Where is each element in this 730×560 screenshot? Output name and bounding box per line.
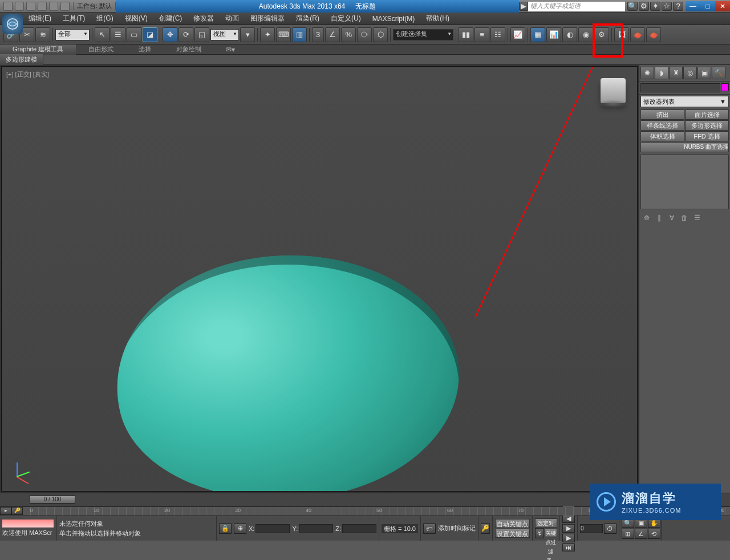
modifier-list[interactable]: 修改器列表▼: [640, 96, 729, 107]
mod-extrude[interactable]: 挤出: [640, 109, 684, 120]
menu-maxscript[interactable]: MAXScript(M): [368, 14, 420, 24]
selection-filter[interactable]: 全部: [55, 29, 90, 40]
menu-create[interactable]: 创建(C): [155, 13, 187, 25]
app-logo[interactable]: [2, 14, 23, 34]
coord-x-input[interactable]: [256, 524, 290, 533]
ribbon-tab-selection[interactable]: 选择: [126, 44, 164, 55]
make-unique-icon[interactable]: ∀: [667, 213, 677, 223]
coord-z-input[interactable]: [342, 524, 376, 533]
set-key-button[interactable]: 设置关键点: [495, 529, 530, 538]
menu-tools[interactable]: 工具(T): [58, 13, 90, 25]
cp-display-icon[interactable]: ▣: [697, 67, 711, 79]
play-icon[interactable]: ▶: [562, 524, 575, 533]
close-button[interactable]: ✕: [715, 1, 730, 11]
favorite-icon[interactable]: ☆: [662, 2, 672, 11]
mod-spline-select[interactable]: 样条线选择: [640, 120, 684, 131]
mod-vol-select[interactable]: 体积选择: [640, 131, 684, 141]
menu-animation[interactable]: 动画: [221, 13, 244, 25]
community-icon[interactable]: ⚙: [639, 2, 649, 11]
cp-hierarchy-icon[interactable]: ♜: [669, 67, 683, 79]
viewport[interactable]: [+] [正交] [真实]: [1, 66, 638, 492]
workspace-selector[interactable]: 工作台: 默认: [73, 2, 116, 10]
graph-icon[interactable]: 📊: [546, 27, 561, 42]
fov-icon[interactable]: ∠: [635, 529, 647, 539]
ref-coord[interactable]: 视图: [210, 29, 239, 40]
exchange-icon[interactable]: ✦: [650, 2, 660, 11]
curve-editor-icon[interactable]: 📈: [510, 27, 525, 42]
ribbon-collapse-icon[interactable]: ✉▾: [225, 44, 236, 55]
named-sel-icon[interactable]: ▥: [292, 27, 307, 42]
viewcube-icon[interactable]: [601, 78, 626, 103]
save-icon[interactable]: [26, 2, 35, 11]
menu-customize[interactable]: 自定义(U): [326, 13, 366, 25]
ribbon-tab-freeform[interactable]: 自由形式: [76, 44, 126, 55]
cp-create-icon[interactable]: ✺: [640, 67, 654, 79]
coord-y-input[interactable]: [299, 524, 333, 533]
percent-snap-icon[interactable]: %: [341, 27, 356, 42]
ribbon-tab-graphite[interactable]: Graphite 建模工具: [0, 44, 76, 55]
track-expand-icon[interactable]: ▸: [0, 507, 11, 515]
prev-frame-icon[interactable]: ◀: [562, 514, 575, 523]
menu-modifiers[interactable]: 修改器: [189, 13, 218, 25]
menu-group[interactable]: 组(G): [92, 13, 117, 25]
auto-key-button[interactable]: 自动关键点: [495, 519, 530, 528]
zoom-all-icon[interactable]: ⊞: [622, 529, 634, 539]
modifier-stack[interactable]: [640, 155, 729, 209]
named-selection-sets[interactable]: 创建选择集: [393, 29, 453, 40]
track-key-icon[interactable]: 🔑: [11, 507, 23, 515]
schematic-icon[interactable]: ▦: [530, 27, 545, 42]
manip-icon[interactable]: ✦: [260, 27, 275, 42]
mod-poly-select[interactable]: 多边形选择: [685, 120, 729, 131]
scale-icon[interactable]: ◱: [194, 27, 209, 42]
search-left-icon[interactable]: ▶: [519, 2, 528, 11]
menu-help[interactable]: 帮助(H): [421, 13, 454, 25]
timetag-icon[interactable]: 🏷: [423, 524, 436, 534]
lock-sel-icon[interactable]: 🔒: [219, 524, 232, 534]
add-time-tag[interactable]: 添加时间标记: [438, 524, 476, 533]
angle-snap-icon[interactable]: ∠: [325, 27, 340, 42]
cp-utilities-icon[interactable]: 🔨: [712, 67, 725, 79]
iso-sel-icon[interactable]: ⊕: [234, 524, 246, 534]
select-icon[interactable]: ↖: [95, 27, 110, 42]
move-icon[interactable]: ✥: [163, 27, 177, 42]
key-mode-icon[interactable]: ↯: [535, 528, 544, 538]
help-search[interactable]: 键入关键字或短语: [528, 2, 625, 11]
window-crossing-icon[interactable]: ◪: [143, 27, 157, 42]
select-name-icon[interactable]: ☰: [111, 27, 125, 42]
open-icon[interactable]: [15, 2, 24, 11]
time-slider[interactable]: 0 / 100: [30, 496, 75, 504]
bind-tool-icon[interactable]: ≋: [35, 27, 50, 42]
ribbon-poly-model[interactable]: 多边形建模: [0, 54, 43, 65]
time-config-icon[interactable]: ⏱: [604, 524, 617, 534]
keyboard-icon[interactable]: ⌨: [276, 27, 291, 42]
key-large-icon[interactable]: 🔑: [481, 524, 490, 534]
next-frame-icon[interactable]: ▶: [562, 534, 575, 542]
tool-a-icon[interactable]: ◉: [578, 27, 593, 42]
configure-icon[interactable]: ☰: [692, 213, 702, 223]
current-frame-input[interactable]: [580, 524, 603, 533]
mod-ffd-select[interactable]: FFD 选择: [685, 131, 729, 141]
rotate-icon[interactable]: ⟳: [179, 27, 193, 42]
menu-edit[interactable]: 编辑(E): [24, 13, 56, 25]
material-editor-icon[interactable]: ◐: [562, 27, 577, 42]
ribbon-tab-paint[interactable]: 对象绘制: [164, 44, 214, 55]
viewport-label[interactable]: [+] [正交] [真实]: [6, 70, 49, 79]
maximize-button[interactable]: □: [700, 1, 715, 11]
spinner-snap-icon[interactable]: ⧂: [357, 27, 372, 42]
cp-motion-icon[interactable]: ◎: [683, 67, 697, 79]
menu-views[interactable]: 视图(V): [120, 13, 152, 25]
sel-key-button[interactable]: 选定对: [535, 518, 557, 527]
script-rec-bar[interactable]: [2, 520, 54, 527]
mod-patch-select[interactable]: 面片选择: [685, 109, 729, 120]
mod-nurbs-select[interactable]: NURBS 曲面选择: [640, 142, 729, 152]
layers-icon[interactable]: ☷: [490, 27, 505, 42]
new-icon[interactable]: [3, 2, 13, 11]
render-prod-icon[interactable]: 🫖: [630, 27, 645, 42]
object-color-swatch[interactable]: [721, 83, 729, 91]
help-icon[interactable]: ?: [673, 2, 683, 11]
orbit-icon[interactable]: ⟲: [648, 529, 660, 539]
snap-toggle-icon[interactable]: 3: [312, 27, 324, 42]
cp-modify-icon[interactable]: ◗: [655, 67, 668, 79]
menu-rendering[interactable]: 渲染(R): [291, 13, 324, 25]
undo-icon[interactable]: [38, 2, 47, 11]
